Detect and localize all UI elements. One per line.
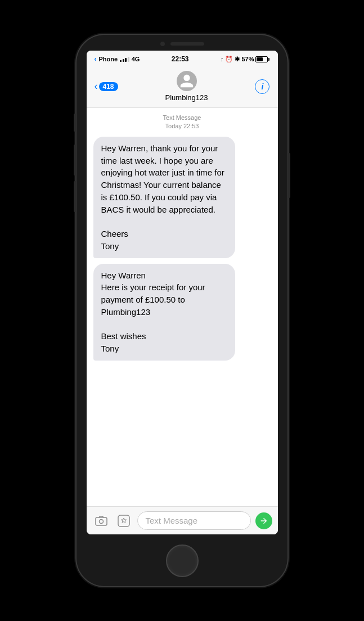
appstore-icon — [117, 514, 131, 528]
svg-rect-0 — [96, 518, 107, 525]
back-chevron-icon: ‹ — [95, 80, 98, 92]
back-button[interactable]: ‹ 418 — [95, 80, 118, 92]
mute-button — [74, 114, 76, 132]
message-bubble-2: Hey WarrenHere is your receipt for your … — [93, 264, 236, 361]
message-bubble-1: Hey Warren, thank you for your time last… — [93, 137, 236, 258]
phone-screen: ‹ Phone 4G 22:53 ↑ ⏰ ✱ 57% — [87, 51, 278, 534]
message-input[interactable]: Text Message — [137, 511, 251, 530]
input-bar: Text Message — [87, 506, 278, 534]
volume-down-button — [74, 181, 76, 212]
home-area — [166, 534, 199, 586]
timestamp-sub: Today 22:53 — [93, 122, 271, 130]
send-icon — [259, 516, 268, 525]
signal-bar-1 — [120, 60, 122, 62]
status-left: ‹ Phone 4G — [95, 55, 140, 63]
input-placeholder: Text Message — [146, 516, 198, 525]
battery-percent-label: 57% — [241, 56, 254, 62]
location-icon: ↑ — [221, 56, 224, 62]
alarm-icon: ⏰ — [225, 56, 233, 63]
back-chevron-icon: ‹ — [95, 55, 97, 63]
battery-indicator — [255, 56, 269, 62]
front-camera — [160, 42, 165, 46]
carrier-label: Phone — [99, 56, 118, 62]
battery-body — [255, 56, 268, 62]
time-display: 22:53 — [172, 55, 189, 63]
power-button — [288, 153, 290, 198]
messages-area: Text Message Today 22:53 Hey Warren, tha… — [87, 108, 278, 506]
navigation-bar: ‹ 418 Plumbing123 i — [87, 66, 278, 108]
battery-fill — [257, 57, 262, 61]
message-text-1: Hey Warren, thank you for your time last… — [101, 143, 224, 251]
appstore-button[interactable] — [115, 512, 133, 530]
signal-bar-4 — [128, 57, 129, 62]
battery-tip — [268, 58, 269, 61]
signal-bar-2 — [123, 59, 124, 62]
speaker-grille — [170, 42, 204, 46]
svg-rect-2 — [118, 515, 129, 526]
contact-header[interactable]: Plumbing123 — [165, 71, 208, 102]
avatar-icon — [179, 73, 195, 89]
signal-bar-3 — [125, 58, 127, 62]
network-label: 4G — [132, 56, 140, 62]
message-timestamp: Text Message Today 22:53 — [93, 114, 271, 131]
status-bar: ‹ Phone 4G 22:53 ↑ ⏰ ✱ 57% — [87, 51, 278, 66]
volume-up-button — [74, 145, 76, 176]
info-icon: i — [262, 82, 264, 91]
svg-point-1 — [99, 519, 103, 523]
timestamp-label: Text Message — [93, 114, 271, 122]
home-button[interactable] — [166, 544, 199, 577]
info-button[interactable]: i — [255, 79, 269, 94]
message-text-2: Hey WarrenHere is your receipt for your … — [101, 271, 205, 354]
send-button[interactable] — [255, 512, 272, 529]
camera-icon — [95, 514, 108, 528]
contact-name: Plumbing123 — [165, 93, 208, 102]
unread-badge: 418 — [99, 82, 118, 91]
phone-frame: ‹ Phone 4G 22:53 ↑ ⏰ ✱ 57% — [77, 35, 287, 586]
avatar — [177, 71, 197, 91]
bluetooth-icon: ✱ — [235, 56, 240, 63]
status-right: ↑ ⏰ ✱ 57% — [221, 56, 270, 63]
signal-bars — [120, 56, 129, 62]
top-elements — [160, 35, 204, 51]
camera-button[interactable] — [92, 512, 110, 530]
